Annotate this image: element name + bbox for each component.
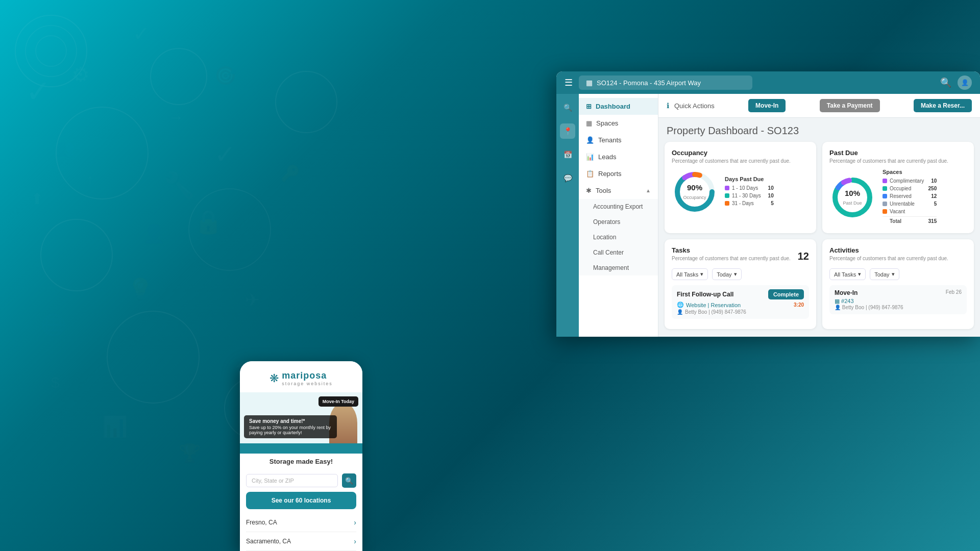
tools-submenu: Accounting Export Operators Location Cal… — [579, 199, 658, 276]
tasks-card-subtitle: Percentage of customers that are current… — [672, 256, 791, 261]
occupancy-card: Occupancy Percentage of customers that a… — [665, 142, 816, 233]
pd-val-total: 315 — [926, 218, 937, 224]
pd-dot-1 — [883, 186, 887, 191]
sidebar-item-dashboard[interactable]: ⊞ Dashboard — [579, 98, 658, 115]
phone-frame: ❋ mariposa storage websites Save money a… — [240, 361, 362, 551]
tenants-icon: 👤 — [586, 136, 594, 144]
phone-location-item-1[interactable]: Sacramento, CA › — [246, 532, 356, 551]
pd-dot-0 — [883, 179, 887, 183]
sidebar-item-spaces[interactable]: ▦ Spaces — [579, 115, 658, 132]
phone-movein-cta[interactable]: Move-In Today — [318, 396, 358, 407]
location-text: SO124 - Pomona - 435 Airport Way — [597, 79, 701, 87]
sidebar-item-leads[interactable]: 📊 Leads — [579, 148, 658, 165]
phone-location-list: Fresno, CA › Sacramento, CA › — [240, 513, 362, 551]
occupancy-card-subtitle: Percentage of customers that are current… — [672, 158, 809, 164]
nav-label-spaces: Spaces — [596, 119, 618, 127]
dashboard-title-sub: - SO123 — [761, 125, 799, 136]
legend-label-1: 11 - 30 Days — [732, 193, 761, 198]
content-wrapper: ☰ ▦ SO124 - Pomona - 435 Airport Way 🔍 👤… — [0, 0, 980, 551]
dashboard-title: Property Dashboard - SO123 — [658, 118, 980, 142]
phone-header: ❋ mariposa storage websites — [240, 361, 362, 392]
occupancy-legend: Days Past Due 1 - 10 Days 10 11 - 30 Day… — [725, 176, 774, 208]
submenu-operators[interactable]: Operators — [579, 214, 658, 230]
submenu-accounting-export[interactable]: Accounting Export — [579, 199, 658, 214]
past-due-donut: 10% Past Due — [829, 174, 875, 220]
occupancy-legend-title: Days Past Due — [725, 176, 774, 182]
pd-legend-row-0: Complimentary 10 — [883, 178, 937, 184]
tasks-filters: All Tasks ▾ Today ▾ — [672, 268, 809, 280]
past-due-legend-title: Spaces — [883, 169, 937, 175]
topbar-location[interactable]: ▦ SO124 - Pomona - 435 Airport Way — [579, 76, 752, 90]
activities-all-filter[interactable]: All Tasks ▾ — [829, 268, 866, 280]
sidebar-icon-search[interactable]: 🔍 — [560, 100, 575, 115]
past-due-card-title: Past Due — [829, 149, 967, 157]
activities-all-chevron: ▾ — [858, 271, 861, 278]
nav-label-tenants: Tenants — [598, 136, 622, 144]
submenu-management[interactable]: Management — [579, 260, 658, 276]
sidebar-icon-calendar[interactable]: 📅 — [560, 147, 575, 162]
sidebar-icon-location[interactable]: 📍 — [560, 123, 575, 139]
pd-val-1: 250 — [926, 186, 937, 191]
activity-person: 👤 Betty Boo | (949) 847-9876 — [835, 305, 962, 310]
phone-tagline: Storage made Easy! — [240, 454, 362, 469]
phone-location-item-0[interactable]: Fresno, CA › — [246, 513, 356, 532]
submenu-call-center[interactable]: Call Center — [579, 245, 658, 260]
movein-button[interactable]: Move-In — [748, 99, 786, 112]
sidebar-icon-messages[interactable]: 💬 — [560, 170, 575, 186]
activity-unit-number: #243 — [841, 298, 853, 304]
phone-see-locations-btn[interactable]: See our 60 locations — [246, 492, 356, 509]
task-time: 3:20 — [794, 302, 804, 308]
tasks-all-label: All Tasks — [676, 271, 698, 278]
legend-val-2: 5 — [764, 201, 774, 206]
sidebar-item-tools[interactable]: ✱ Tools ▲ — [579, 182, 658, 199]
menu-icon[interactable]: ☰ — [565, 77, 573, 88]
tasks-header: Tasks Percentage of customers that are c… — [672, 246, 809, 266]
submenu-location[interactable]: Location — [579, 230, 658, 245]
sidebar-item-reports[interactable]: 📋 Reports — [579, 165, 658, 182]
nav-label-tools: Tools — [596, 187, 611, 194]
activity-date: Feb 26 — [946, 289, 962, 296]
pd-dot-2 — [883, 194, 887, 198]
phone-search-input[interactable]: City, State or ZIP — [246, 474, 338, 487]
pd-dot-3 — [883, 202, 887, 206]
activities-today-filter[interactable]: Today ▾ — [870, 268, 899, 280]
task-row-header: First Follow-up Call Complete — [677, 289, 804, 299]
qa-info-icon: ℹ — [667, 102, 669, 110]
phone-location-1-arrow: › — [354, 537, 356, 545]
legend-row-1: 11 - 30 Days 10 — [725, 193, 774, 198]
topbar-search-icon[interactable]: 🔍 — [940, 77, 951, 88]
task-link-text: Website | Reservation — [686, 302, 741, 308]
nav-label-leads: Leads — [598, 153, 616, 161]
tasks-today-label: Today — [717, 271, 731, 278]
sidebar-icons: 🔍 📍 📅 💬 — [556, 94, 579, 337]
activities-today-label: Today — [874, 271, 889, 278]
nav-label-dashboard: Dashboard — [596, 103, 630, 110]
task-complete-button[interactable]: Complete — [768, 289, 804, 299]
sidebar-item-tenants[interactable]: 👤 Tenants — [579, 132, 658, 148]
topbar-avatar[interactable]: 👤 — [958, 76, 972, 90]
payment-button[interactable]: Take a Payment — [820, 99, 880, 112]
pd-val-3: 5 — [926, 201, 937, 207]
phone-promo-banner: Save money and time!* Save up to 20% on … — [244, 415, 337, 438]
tools-icon: ✱ — [586, 187, 592, 194]
tasks-all-filter[interactable]: All Tasks ▾ — [672, 268, 708, 280]
task-link[interactable]: 🌐 Website | Reservation — [677, 302, 741, 308]
activities-card-title: Activities — [829, 246, 948, 254]
phone-search-button[interactable]: 🔍 — [342, 473, 356, 488]
pd-legend-row-1: Occupied 250 — [883, 186, 937, 191]
dashboard-title-main: Property Dashboard — [667, 125, 758, 136]
tasks-today-filter[interactable]: Today ▾ — [712, 268, 741, 280]
legend-label-0: 1 - 10 Days — [732, 185, 758, 191]
pd-label-0: Complimentary — [890, 178, 924, 184]
phone-location-0-arrow: › — [354, 518, 356, 527]
occupancy-sublabel: Occupancy — [683, 195, 706, 200]
tasks-count: 12 — [798, 251, 809, 262]
reserve-button[interactable]: Make a Reser... — [914, 99, 972, 112]
phone-container: ❋ mariposa storage websites Save money a… — [240, 361, 362, 551]
tasks-all-chevron: ▾ — [700, 271, 703, 278]
tasks-today-chevron: ▾ — [734, 271, 737, 278]
task-person: 👤 Betty Boo | (949) 847-9876 — [677, 309, 804, 315]
past-due-sublabel: Past Due — [843, 201, 862, 206]
activities-header: Activities Percentage of customers that … — [829, 246, 967, 266]
task-name: First Follow-up Call — [677, 291, 733, 298]
